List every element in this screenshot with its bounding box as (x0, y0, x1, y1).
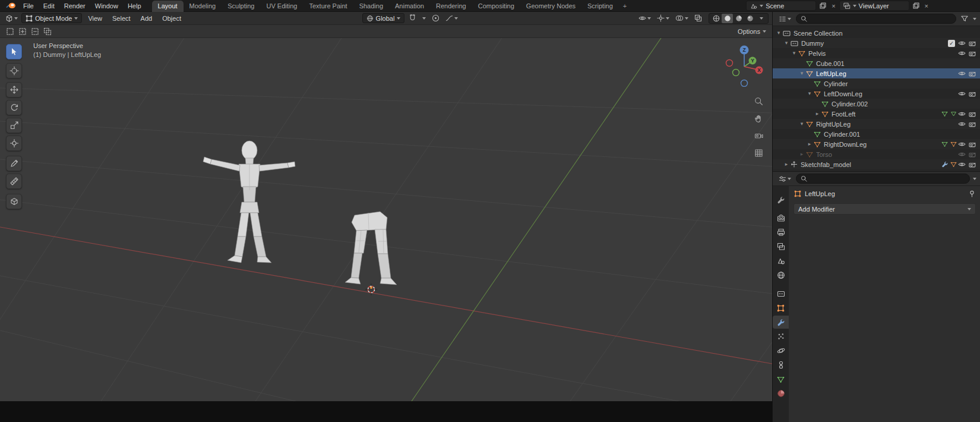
add-modifier-dropdown[interactable]: Add Modifier (794, 203, 976, 215)
zoom-button[interactable] (753, 95, 764, 107)
outliner-options-arrow[interactable] (973, 18, 976, 20)
tab-collection[interactable] (773, 287, 789, 300)
shading-solid-button[interactable] (722, 14, 733, 23)
outliner-row-pelvis[interactable]: ▾ Pelvis (773, 48, 980, 58)
disable-render-toggle[interactable] (967, 51, 977, 56)
disable-render-toggle[interactable] (967, 71, 977, 77)
collapse-arrow-icon[interactable]: ▸ (783, 159, 790, 169)
humanoid-model[interactable] (203, 141, 295, 263)
outliner-row-dummy[interactable]: ▾ Dummy ✓ (773, 38, 980, 48)
tool-annotate[interactable] (6, 156, 22, 171)
snap-toggle[interactable] (407, 14, 418, 23)
tab-view-layer[interactable] (773, 240, 789, 253)
collapse-arrow-icon[interactable]: ▸ (806, 139, 813, 149)
new-viewlayer-button[interactable] (911, 2, 921, 10)
proportional-editing-toggle[interactable] (430, 14, 441, 23)
tool-add-cube[interactable] (6, 194, 22, 209)
menu-view[interactable]: View (84, 15, 106, 22)
disable-render-toggle[interactable] (967, 40, 977, 46)
gizmo-minus-y-axis[interactable] (733, 70, 739, 76)
outliner-row-cylinder001[interactable]: Cylinder.001 (773, 129, 980, 139)
properties-search-input[interactable] (796, 174, 970, 184)
properties-editor-type-button[interactable] (777, 175, 793, 183)
tab-animation[interactable]: Animation (389, 1, 430, 12)
collapse-arrow-icon[interactable]: ▾ (775, 28, 782, 38)
menu-add[interactable]: Add (137, 15, 157, 22)
tool-scale[interactable] (6, 118, 22, 133)
disable-render-toggle[interactable] (967, 141, 977, 147)
collapse-arrow-icon[interactable]: ▾ (791, 48, 798, 58)
pan-button[interactable] (753, 112, 764, 124)
pin-id-button[interactable] (969, 190, 975, 197)
tool-transform[interactable] (6, 136, 22, 151)
collapse-arrow-icon[interactable]: ▸ (814, 109, 821, 119)
outliner-search-input[interactable] (796, 14, 956, 24)
select-mode-subtract-button[interactable] (31, 27, 39, 36)
menu-edit[interactable]: Edit (39, 2, 59, 10)
snap-settings-dropdown[interactable] (421, 17, 428, 20)
select-mode-new-button[interactable] (6, 27, 14, 36)
new-scene-button[interactable] (818, 2, 828, 10)
tab-sculpting[interactable]: Sculpting (222, 1, 260, 12)
menu-object[interactable]: Object (158, 15, 185, 22)
tab-tool[interactable] (773, 193, 789, 206)
tab-physics[interactable] (773, 344, 789, 357)
unlink-scene-button[interactable]: × (830, 2, 837, 10)
tab-world[interactable] (773, 269, 789, 282)
outliner-row-cylinder[interactable]: Cylinder (773, 78, 980, 89)
menu-select[interactable]: Select (108, 15, 135, 22)
viewlayer-selector[interactable]: ViewLayer (839, 1, 909, 11)
disable-render-toggle[interactable] (967, 152, 977, 158)
outliner-editor-type-button[interactable] (777, 15, 793, 23)
hide-viewport-toggle[interactable] (957, 162, 967, 167)
tab-shading[interactable]: Shading (353, 1, 389, 12)
tool-cursor[interactable] (6, 63, 22, 78)
collapse-arrow-icon[interactable]: ▸ (798, 149, 805, 159)
collapse-arrow-icon[interactable]: ▾ (798, 68, 805, 78)
tab-scripting[interactable]: Scripting (581, 1, 619, 12)
legs-model[interactable] (345, 212, 397, 285)
toggle-ortho-button[interactable] (753, 147, 764, 159)
disable-render-toggle[interactable] (967, 121, 977, 127)
outliner-row-leftdownleg[interactable]: ▾ LeftDownLeg (773, 89, 980, 99)
hide-viewport-toggle[interactable] (957, 121, 967, 127)
menu-help[interactable]: Help (123, 2, 146, 10)
tab-geometry-nodes[interactable]: Geometry Nodes (520, 1, 581, 12)
hide-viewport-toggle[interactable] (957, 71, 967, 76)
collection-checkbox[interactable]: ✓ (948, 40, 955, 47)
tab-scene[interactable] (773, 254, 789, 267)
xray-toggle[interactable] (693, 14, 704, 23)
overlays-toggle[interactable] (674, 14, 690, 22)
tab-compositing[interactable]: Compositing (472, 1, 520, 12)
tab-material[interactable] (773, 387, 789, 400)
transform-orientation-selector[interactable]: Global (362, 13, 405, 23)
scene-selector[interactable]: Scene (746, 1, 816, 11)
outliner-row-footleft[interactable]: ▸ FootLeft (773, 109, 980, 119)
tab-render[interactable] (773, 212, 789, 225)
hide-viewport-toggle[interactable] (957, 111, 967, 116)
tool-measure[interactable] (6, 174, 22, 189)
viewport-3d[interactable]: User Perspective (1) Dummy | LeftUpLeg (0, 38, 772, 401)
outliner-row-cylinder002[interactable]: Cylinder.002 (773, 99, 980, 109)
menu-render[interactable]: Render (59, 2, 90, 10)
tab-modifiers[interactable] (773, 316, 789, 329)
menu-window[interactable]: Window (90, 2, 123, 10)
disable-render-toggle[interactable] (967, 162, 977, 168)
tool-rotate[interactable] (6, 100, 22, 115)
gizmo-minus-x-axis[interactable] (726, 60, 733, 67)
gizmo-minus-z-axis[interactable] (741, 80, 748, 87)
editor-type-button[interactable] (4, 14, 20, 23)
tab-particles[interactable] (773, 330, 789, 343)
add-workspace-button[interactable]: + (619, 1, 631, 12)
shading-wireframe-button[interactable] (710, 14, 722, 23)
outliner-row-rightupleg[interactable]: ▾ RightUpLeg (773, 119, 980, 129)
tab-uv-editing[interactable]: UV Editing (260, 1, 303, 12)
collapse-arrow-icon[interactable]: ▾ (806, 89, 813, 99)
hide-viewport-toggle[interactable] (957, 141, 967, 147)
outliner-row-sketchfab-model[interactable]: ▸ Sketchfab_model (773, 159, 980, 169)
mode-selector[interactable]: Object Mode (21, 13, 82, 23)
outliner-row-scene-collection[interactable]: ▾ Scene Collection (773, 28, 980, 38)
tool-options-dropdown[interactable]: Options (738, 28, 766, 35)
collapse-arrow-icon[interactable]: ▾ (783, 38, 790, 48)
outliner-row-torso[interactable]: ▸ Torso (773, 149, 980, 159)
